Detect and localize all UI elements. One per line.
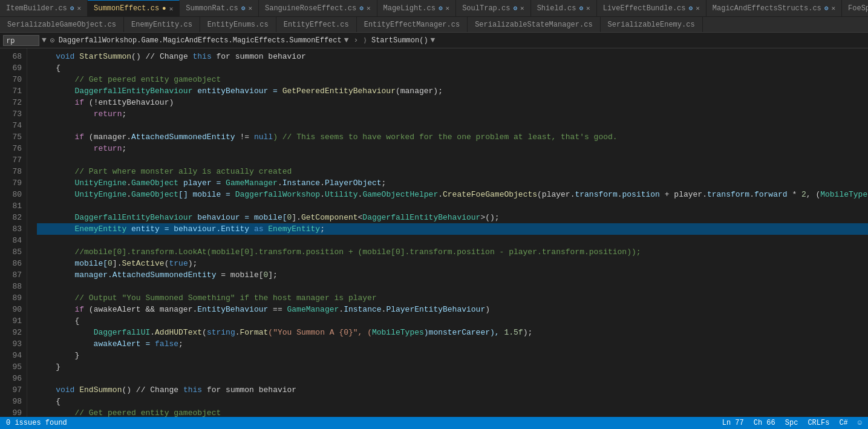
status-col: Ch 66 (754, 419, 775, 427)
code-line: DaggerfallEntityBehaviour entityBehaviou… (37, 85, 868, 97)
code-line: } (37, 361, 868, 373)
tab-icon: ⚙ (70, 4, 74, 12)
method-label: StartSummon() (371, 36, 428, 45)
code-line: awakeAlert = false; (37, 338, 868, 350)
code-line: } (37, 350, 868, 361)
tab-icon: ⚙ (439, 4, 443, 12)
path-bar: ▼ ⊙ DaggerfallWorkshop.Game.MagicAndEffe… (0, 33, 868, 48)
tab-LiveEffectBundle[interactable]: LiveEffectBundle.cs ⚙ ✕ (597, 0, 706, 17)
code-line: // Get peered entity gameobject (37, 407, 868, 417)
tab-close[interactable]: ✕ (248, 4, 252, 12)
code-line (37, 154, 868, 166)
code-line: DaggerfallUI.AddHUDText(string.Format("Y… (37, 327, 868, 338)
tab-close[interactable]: ✕ (446, 4, 450, 12)
code-area: 6869707172737475767778798081828384858687… (0, 48, 868, 417)
tab-Shield[interactable]: Shield.cs ⚙ ✕ (531, 0, 597, 17)
tab2-SerializableGameObject[interactable]: SerializableGameObject.cs (0, 17, 124, 33)
tab-SanguineRoseEffect[interactable]: SanguineRoseEffect.cs ⚙ ✕ (259, 0, 377, 17)
tab-icon: ⚙ (579, 4, 583, 12)
tab2-label: EnemyEntity.cs (131, 21, 192, 29)
status-spc[interactable]: Spc (785, 419, 798, 427)
status-bar: 0 issues found Ln 77 Ch 66 Spc CRLFs C# … (0, 417, 868, 429)
method-icon: ⟩ (363, 36, 367, 44)
code-line: if (manager.AttachedSummonedEntity != nu… (37, 131, 868, 143)
code-line: { (37, 315, 868, 327)
status-issues: 0 issues found (6, 419, 67, 427)
tab-modified-indicator: ● (162, 5, 166, 12)
code-line (37, 235, 868, 246)
tab-ItemBuilder[interactable]: ItemBuilder.cs ⚙ ✕ (0, 0, 88, 17)
code-line: { (37, 396, 868, 407)
status-ln[interactable]: Ln 77 (722, 419, 744, 427)
tab-close[interactable]: ✕ (831, 4, 835, 12)
tab-icon: ⚙ (513, 4, 517, 12)
breadcrumb-dropdown[interactable]: ▼ (344, 36, 349, 45)
tab2-EntityEffectManager[interactable]: EntityEffectManager.cs (357, 17, 468, 33)
path-input[interactable] (3, 35, 39, 46)
code-content[interactable]: void StartSummon() // Change this for su… (27, 48, 868, 417)
tab-label: ItemBuilder.cs (6, 4, 67, 13)
tab-FoeSpawner[interactable]: FoeSpawner.cs ⚙ ✕ (842, 0, 868, 17)
tab-label: SoulTrap.cs (462, 4, 510, 13)
tab-close[interactable]: ✕ (77, 4, 81, 12)
tab2-EntityEnums[interactable]: EntityEnums.cs (200, 17, 276, 33)
tab-icon: ⚙ (824, 4, 829, 12)
tab-bar-second: SerializableGameObject.cs EnemyEntity.cs… (0, 17, 868, 33)
code-line: return; (37, 108, 868, 120)
tab-label: LiveEffectBundle.cs (603, 4, 686, 13)
tab-bar-top: ItemBuilder.cs ⚙ ✕ SummonEffect.cs ● ✕ S… (0, 0, 868, 17)
tab-icon: ⚙ (241, 4, 246, 12)
tab2-EnemyEntity[interactable]: EnemyEntity.cs (124, 17, 200, 33)
code-line: if (awakeAlert && manager.EntityBehaviou… (37, 304, 868, 315)
code-line: UnityEngine.GameObject[] mobile = Dagger… (37, 189, 868, 200)
status-enc[interactable]: CRLFs (808, 419, 829, 427)
tab-label: Shield.cs (537, 4, 576, 13)
code-line: // Output "You Summoned Something" if th… (37, 292, 868, 304)
tab-icon: ⚙ (359, 4, 364, 12)
tab2-label: EntityEnums.cs (207, 21, 269, 29)
tab2-label: SerializableGameObject.cs (7, 21, 116, 29)
tab-close[interactable]: ✕ (169, 5, 174, 13)
code-line (37, 373, 868, 384)
code-line (37, 200, 868, 212)
tab2-label: SerializableEnemy.cs (608, 21, 695, 29)
tab-label: FoeSpawner.cs (848, 4, 868, 13)
tab-close[interactable]: ✕ (520, 4, 524, 12)
breadcrumb-text: DaggerfallWorkshop.Game.MagicAndEffects.… (59, 36, 342, 45)
tab-MageLight[interactable]: MageLight.cs ⚙ ✕ (377, 0, 457, 17)
tab-label: SummonEffect.cs (94, 4, 159, 13)
path-dropdown-icon[interactable]: ▼ (42, 36, 47, 45)
code-line: UnityEngine.GameObject player = GameMana… (37, 177, 868, 189)
tab2-label: EntityEffectManager.cs (364, 21, 460, 29)
code-line: if (!entityBehaviour) (37, 97, 868, 108)
code-line: // Get peered entity gameobject (37, 74, 868, 85)
tab2-SerializableEnemy[interactable]: SerializableEnemy.cs (601, 17, 703, 33)
tab-label: MageLight.cs (383, 4, 436, 13)
status-lang[interactable]: C# (839, 419, 847, 427)
tab-icon: ⚙ (689, 4, 693, 12)
tab-SummonRat[interactable]: SummonRat.cs ⚙ ✕ (180, 0, 259, 17)
code-line: DaggerfallEntityBehaviour behaviour = mo… (37, 212, 868, 223)
tab2-label: EntityEffect.cs (284, 21, 349, 29)
code-line (37, 281, 868, 292)
tab-SummonEffect[interactable]: SummonEffect.cs ● ✕ (88, 0, 180, 17)
tab-close[interactable]: ✕ (696, 4, 700, 12)
tab-label: SummonRat.cs (186, 4, 238, 13)
path-separator: ⊙ (50, 36, 55, 45)
tab-MagicAndEffectsStructs[interactable]: MagicAndEffectsStructs.cs ⚙ ✕ (706, 0, 842, 17)
code-line: mobile[0].SetActive(true); (37, 258, 868, 269)
tab-label: MagicAndEffectsStructs.cs (713, 4, 821, 13)
tab-close[interactable]: ✕ (586, 4, 590, 12)
status-feedback[interactable]: ☺ (858, 419, 862, 427)
line-numbers: 6869707172737475767778798081828384858687… (0, 48, 27, 417)
method-dropdown[interactable]: ▼ (431, 36, 436, 45)
code-line: manager.AttachedSummonedEntity = mobile[… (37, 269, 868, 281)
tab2-SerializableStateManager[interactable]: SerializableStateManager.cs (468, 17, 600, 33)
code-line: EnemyEntity entity = behaviour.Entity as… (37, 223, 868, 235)
tab2-EntityEffect[interactable]: EntityEffect.cs (276, 17, 357, 33)
code-line: //mobile[0].transform.LookAt(mobile[0].t… (37, 246, 868, 258)
tab-SoulTrap[interactable]: SoulTrap.cs ⚙ ✕ (456, 0, 530, 17)
tab-close[interactable]: ✕ (367, 4, 371, 12)
code-line: void EndSummon() // Change this for summ… (37, 384, 868, 396)
code-line: // Part where monster ally is actually c… (37, 166, 868, 177)
